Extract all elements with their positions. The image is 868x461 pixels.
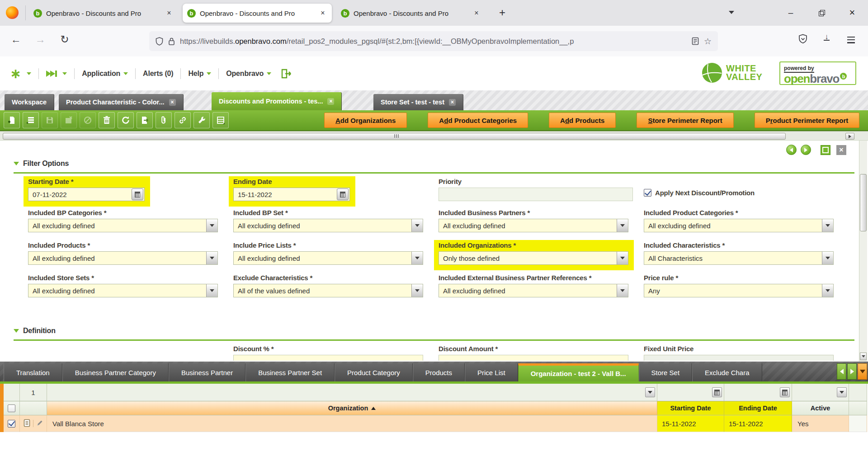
edit-pencil-icon[interactable] (36, 419, 43, 428)
downloads-icon[interactable]: ←↓ (824, 35, 830, 41)
reader-view-icon[interactable] (692, 37, 699, 45)
browser-tab-2-active[interactable]: b Openbravo - Discounts and Pro × (183, 4, 332, 23)
included-external-bp-references-select[interactable]: All excluding defined (439, 284, 628, 297)
calendar-icon[interactable] (712, 387, 722, 397)
chevron-down-icon[interactable] (617, 284, 628, 297)
select-all-checkbox[interactable] (8, 405, 15, 412)
maximize-form-button[interactable] (821, 145, 830, 155)
address-input[interactable]: https://livebuilds.openbravo.com/retail_… (149, 31, 718, 51)
included-store-sets-select[interactable]: All excluding defined (28, 284, 218, 297)
menu-alerts[interactable]: Alerts (0) (143, 70, 173, 78)
chevron-down-icon[interactable] (822, 219, 833, 232)
attachment-icon[interactable] (156, 112, 172, 128)
include-price-lists-select[interactable]: All excluding defined (233, 251, 423, 265)
chevron-down-icon[interactable] (206, 219, 217, 232)
filter-cell-ending-date[interactable] (724, 384, 792, 401)
favorites-star-icon[interactable]: ∗ (10, 69, 21, 78)
previous-record-button[interactable] (786, 145, 797, 155)
vertical-scrollbar-thumb[interactable] (860, 174, 867, 231)
tab-product-characteristic[interactable]: Product Characteristic - Color... × (59, 94, 184, 110)
close-icon[interactable]: × (449, 99, 456, 106)
horizontal-scrollbar-thumb[interactable] (3, 133, 786, 140)
header-starting-date[interactable]: Starting Date (657, 401, 724, 415)
filter-cell-starting-date[interactable] (657, 384, 724, 401)
child-tab-business-partner[interactable]: Business Partner (169, 363, 245, 381)
ending-date-input[interactable]: 15-11-2022 (233, 188, 350, 201)
workspace-dropdown-icon[interactable] (62, 72, 67, 75)
discount-percent-input[interactable] (233, 355, 423, 361)
filter-cell-row-number[interactable]: 1 (20, 384, 47, 401)
row-organization-cell[interactable]: Vall Blanca Store (47, 415, 657, 432)
section-definition[interactable]: Definition (14, 327, 56, 335)
child-tab-organization-active[interactable]: Organization - test 2 - Vall B... (518, 363, 639, 381)
chevron-down-icon[interactable] (411, 219, 423, 232)
row-active-cell[interactable]: Yes (792, 415, 849, 432)
tab-store-set[interactable]: Store Set - test - test × (373, 94, 463, 110)
new-tab-button[interactable]: + (495, 6, 509, 19)
chevron-down-icon[interactable] (822, 284, 833, 297)
tab-discounts-and-promotions-active[interactable]: Discounts and Promotions - tes... × (212, 92, 342, 110)
grid-form-toggle-icon[interactable] (212, 112, 229, 128)
section-filter-options[interactable]: Filter Options (14, 160, 69, 168)
hamburger-menu-icon[interactable] (847, 37, 855, 43)
filter-dropdown-icon[interactable] (837, 387, 847, 397)
included-organizations-select[interactable]: Only those defined (439, 251, 628, 265)
menu-help[interactable]: Help (188, 70, 211, 78)
apply-next-discount-checkbox[interactable] (644, 189, 651, 197)
chevron-down-icon[interactable] (411, 252, 423, 264)
calendar-icon[interactable] (337, 188, 349, 200)
logout-icon[interactable] (280, 68, 292, 79)
child-tab-store-set[interactable]: Store Set (639, 363, 693, 381)
header-organization[interactable]: Organization (47, 401, 657, 415)
scroll-down-button[interactable] (860, 353, 867, 360)
close-form-button[interactable]: × (836, 145, 846, 155)
back-icon[interactable]: ← (8, 33, 24, 46)
bookmark-star-icon[interactable]: ☆ (704, 36, 712, 47)
browser-tab-3[interactable]: b Openbravo - Discounts and Pro × (336, 4, 486, 23)
discount-amount-input[interactable] (439, 355, 628, 361)
add-organizations-button[interactable]: Add Organizations (324, 113, 407, 128)
header-active[interactable]: Active (792, 401, 849, 415)
fixed-unit-price-input[interactable] (644, 355, 834, 361)
included-business-partners-select[interactable]: All excluding defined (439, 219, 628, 232)
child-tabs-list-button[interactable] (858, 363, 867, 380)
header-select-all[interactable] (4, 401, 20, 415)
child-tab-business-partner-category[interactable]: Business Partner Category (62, 363, 169, 381)
included-bp-set-select[interactable]: All excluding defined (233, 219, 423, 232)
filter-dropdown-icon[interactable] (645, 387, 655, 397)
chevron-down-icon[interactable] (617, 219, 628, 232)
restore-button[interactable] (814, 5, 829, 20)
firefox-icon[interactable] (6, 6, 19, 19)
new-row-in-grid-icon[interactable] (23, 112, 39, 128)
browser-tab-1[interactable]: b Openbravo - Discounts and Pro × (29, 4, 178, 23)
list-all-tabs-icon[interactable] (729, 11, 734, 14)
priority-input[interactable] (439, 188, 633, 201)
row-select-cell[interactable] (4, 415, 20, 432)
chevron-down-icon[interactable] (206, 252, 217, 264)
child-tab-exclude-characteristics[interactable]: Exclude Chara (692, 363, 762, 381)
child-tab-price-list[interactable]: Price List (465, 363, 518, 381)
link-icon[interactable] (175, 112, 191, 128)
close-icon[interactable]: × (327, 98, 334, 105)
next-record-button[interactable] (801, 145, 811, 155)
close-icon[interactable]: × (169, 99, 176, 106)
filter-cell-organization[interactable] (47, 384, 657, 401)
child-tab-business-partner-set[interactable]: Business Partner Set (245, 363, 335, 381)
row-ending-date-cell[interactable]: 15-11-2022 (724, 415, 792, 432)
open-record-icon[interactable] (24, 419, 30, 428)
included-characteristics-select[interactable]: All Characteristics (644, 251, 834, 265)
starting-date-input[interactable]: 07-11-2022 (28, 188, 145, 201)
minimize-button[interactable]: – (783, 5, 798, 20)
filter-cell-active[interactable] (792, 384, 849, 401)
price-rule-select[interactable]: Any (644, 284, 834, 297)
chevron-down-icon[interactable] (411, 284, 423, 297)
child-tab-product-category[interactable]: Product Category (335, 363, 413, 381)
scroll-right-button[interactable] (845, 133, 854, 140)
child-tab-products[interactable]: Products (413, 363, 465, 381)
lock-icon[interactable] (168, 37, 175, 46)
product-perimeter-report-button[interactable]: Product Perimeter Report (755, 113, 860, 128)
chevron-down-icon[interactable] (617, 252, 628, 264)
menu-application[interactable]: Application (82, 70, 128, 78)
exclude-characteristics-select[interactable]: All of the values defined (233, 284, 423, 297)
tab-workspace[interactable]: Workspace (5, 94, 54, 110)
